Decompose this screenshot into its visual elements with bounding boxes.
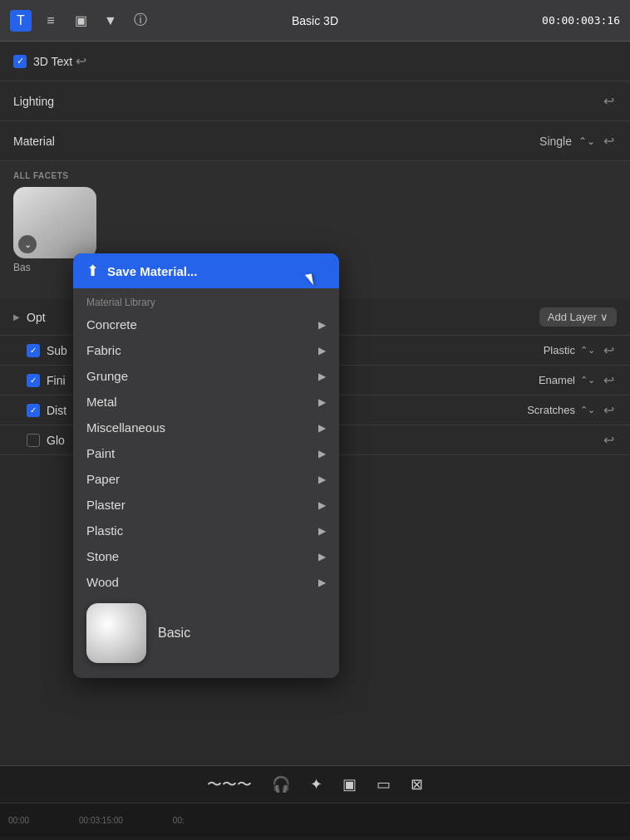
menu-item-plaster[interactable]: Plaster ▶ [73, 492, 339, 518]
glow-reset[interactable]: ↩ [600, 432, 617, 448]
toolbar-timecode: 00:00:003:16 [542, 14, 620, 27]
align-icon[interactable]: ≡ [40, 10, 62, 32]
menu-material-name: Basic [158, 626, 190, 641]
flag-icon[interactable]: ⊠ [411, 775, 423, 793]
waveform-icon[interactable]: 〜〜〜 [207, 774, 252, 794]
text-3d-label: 3D Text [33, 55, 72, 68]
menu-item-fabric[interactable]: Fabric ▶ [73, 337, 339, 363]
concrete-arrow-icon: ▶ [318, 319, 326, 331]
fabric-arrow-icon: ▶ [318, 345, 326, 356]
menu-item-concrete[interactable]: Concrete ▶ [73, 312, 339, 337]
timemark-3: 00: [173, 816, 185, 825]
paint-arrow-icon: ▶ [318, 448, 326, 459]
menu-item-wood[interactable]: Wood ▶ [73, 569, 339, 595]
monitor-icon[interactable]: ▭ [377, 775, 391, 793]
film-icon[interactable]: ▣ [342, 775, 357, 793]
plastic-arrow-icon: ▶ [318, 525, 326, 537]
sublayer-plastic-check[interactable]: ✓ [27, 344, 40, 357]
material-badge[interactable]: ⌄ [18, 235, 37, 253]
timecode-prefix: 00:00:00 [542, 14, 594, 27]
timeline-marks: 00:00 00:03:15:00 00: [8, 816, 185, 825]
material-preview[interactable]: ⌄ [13, 187, 96, 258]
media-icon[interactable]: ▣ [70, 10, 91, 32]
enamel-reset[interactable]: ↩ [600, 372, 617, 388]
grunge-arrow-icon: ▶ [318, 371, 326, 382]
lighting-label: Lighting [13, 95, 600, 108]
sublayer-distress-check[interactable]: ✓ [27, 404, 40, 417]
material-reset[interactable]: ↩ [600, 133, 617, 149]
scratches-value[interactable]: Scratches [527, 404, 575, 416]
plaster-arrow-icon: ▶ [318, 499, 326, 511]
all-facets-label: ALL FACETS [13, 171, 617, 180]
text-3d-reset[interactable]: ↩ [72, 53, 89, 69]
toolbar-icons: T ≡ ▣ ▼ ⓘ [10, 10, 151, 32]
text-3d-checkbox[interactable]: ✓ [13, 55, 27, 68]
timeline-track[interactable]: 00:00 00:03:15:00 00: [0, 803, 630, 837]
context-menu: ⬆ Save Material... Material Library Conc… [73, 253, 339, 678]
lighting-row: Lighting ↩ [0, 81, 630, 121]
material-value[interactable]: Single [539, 135, 572, 148]
save-material-item[interactable]: ⬆ Save Material... [73, 253, 339, 288]
menu-item-grunge[interactable]: Grunge ▶ [73, 363, 339, 389]
toolbar: T ≡ ▣ ▼ ⓘ Basic 3D 00:00:003:16 [0, 0, 630, 42]
save-material-icon: ⬆ [86, 262, 99, 280]
menu-item-paint[interactable]: Paint ▶ [73, 440, 339, 466]
text-3d-row: ✓ 3D Text ↩ [0, 42, 630, 81]
metal-arrow-icon: ▶ [318, 396, 326, 408]
sparkle-icon[interactable]: ✦ [310, 775, 322, 793]
material-label: Material [13, 135, 539, 148]
options-arrow-icon: ▶ [13, 312, 20, 322]
timemark-2: 00:03:15:00 [79, 816, 123, 825]
add-layer-chevron: ∨ [600, 311, 608, 323]
add-layer-button[interactable]: Add Layer ∨ [539, 307, 617, 327]
scratches-reset[interactable]: ↩ [600, 402, 617, 418]
text-tool-icon[interactable]: T [10, 10, 32, 32]
lighting-reset[interactable]: ↩ [600, 93, 617, 109]
stone-arrow-icon: ▶ [318, 551, 326, 562]
glow-checkbox[interactable] [27, 434, 40, 447]
misc-arrow-icon: ▶ [318, 422, 326, 434]
material-library-label: Material Library [73, 288, 339, 312]
filter-icon[interactable]: ▼ [100, 10, 121, 32]
plastic-stepper-icon[interactable]: ⌃⌄ [580, 345, 595, 356]
menu-material-thumbnail[interactable] [86, 603, 146, 663]
material-row: Material Single ⌃⌄ ↩ [0, 121, 630, 161]
menu-item-plastic[interactable]: Plastic ▶ [73, 518, 339, 543]
enamel-stepper-icon[interactable]: ⌃⌄ [580, 375, 595, 386]
menu-item-metal[interactable]: Metal ▶ [73, 389, 339, 415]
sublayer-enamel-check[interactable]: ✓ [27, 374, 40, 387]
timeline-controls: 〜〜〜 🎧 ✦ ▣ ▭ ⊠ [0, 766, 630, 803]
plastic-value[interactable]: Plastic [544, 344, 575, 356]
text-3d-checkbox-group: ✓ 3D Text [13, 55, 72, 68]
material-stepper[interactable]: ⌃⌄ [578, 135, 595, 147]
menu-item-miscellaneous[interactable]: Miscellaneous ▶ [73, 415, 339, 440]
add-layer-label: Add Layer [548, 311, 597, 323]
scratches-stepper-icon[interactable]: ⌃⌄ [580, 405, 595, 415]
info-icon[interactable]: ⓘ [130, 10, 151, 32]
headphones-icon[interactable]: 🎧 [272, 775, 290, 793]
save-material-label: Save Material... [107, 264, 197, 278]
material-badge-icon: ⌄ [24, 239, 32, 250]
paper-arrow-icon: ▶ [318, 474, 326, 485]
timemark-1: 00:00 [8, 816, 29, 825]
timeline: 〜〜〜 🎧 ✦ ▣ ▭ ⊠ 00:00 00:03:15:00 00: [0, 765, 630, 840]
plastic-reset[interactable]: ↩ [600, 342, 617, 358]
menu-item-paper[interactable]: Paper ▶ [73, 466, 339, 492]
wood-arrow-icon: ▶ [318, 577, 326, 588]
menu-item-stone[interactable]: Stone ▶ [73, 543, 339, 569]
toolbar-title: Basic 3D [292, 14, 338, 27]
timecode-main: 3:16 [594, 14, 620, 27]
enamel-value[interactable]: Enamel [539, 374, 575, 386]
menu-material-preview-row: Basic [73, 595, 339, 671]
